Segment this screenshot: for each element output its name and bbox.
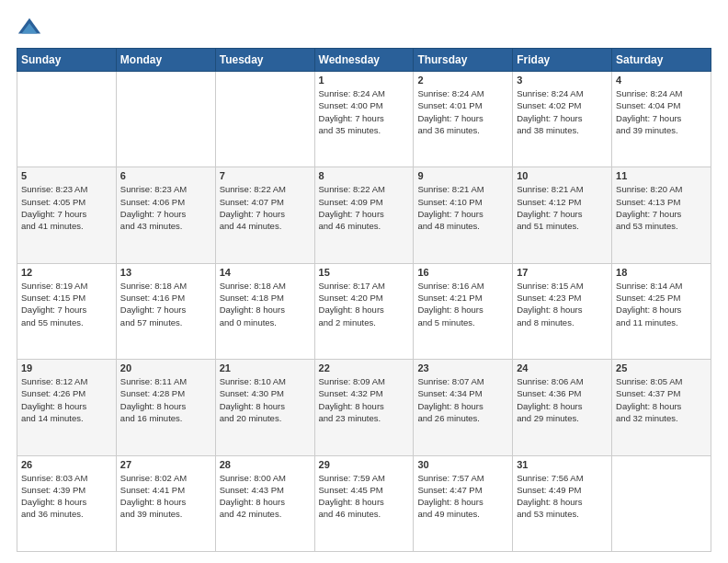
day-info: Sunrise: 8:05 AMSunset: 4:37 PMDaylight:… [616, 375, 707, 424]
day-info: Sunrise: 8:02 AMSunset: 4:41 PMDaylight:… [120, 472, 211, 521]
day-number: 30 [417, 459, 508, 470]
day-info: Sunrise: 8:06 AMSunset: 4:36 PMDaylight:… [517, 375, 608, 424]
day-info: Sunrise: 8:22 AMSunset: 4:07 PMDaylight:… [220, 183, 311, 232]
page: SundayMondayTuesdayWednesdayThursdayFrid… [0, 0, 728, 563]
calendar-cell: 23Sunrise: 8:07 AMSunset: 4:34 PMDayligh… [414, 360, 513, 455]
calendar-cell: 4Sunrise: 8:24 AMSunset: 4:04 PMDaylight… [612, 72, 711, 167]
calendar-cell [17, 72, 117, 167]
day-info: Sunrise: 8:19 AMSunset: 4:15 PMDaylight:… [21, 280, 112, 328]
day-info: Sunrise: 8:24 AMSunset: 4:01 PMDaylight:… [417, 87, 508, 136]
day-header-monday: Monday [116, 49, 215, 72]
day-info: Sunrise: 8:11 AMSunset: 4:28 PMDaylight:… [120, 375, 211, 424]
header [17, 15, 711, 40]
day-number: 15 [319, 267, 410, 278]
day-info: Sunrise: 7:57 AMSunset: 4:47 PMDaylight:… [417, 472, 508, 521]
calendar-cell: 21Sunrise: 8:10 AMSunset: 4:30 PMDayligh… [215, 360, 314, 455]
calendar-cell: 3Sunrise: 8:24 AMSunset: 4:02 PMDaylight… [513, 72, 612, 167]
day-number: 21 [220, 362, 311, 373]
day-number: 10 [517, 170, 608, 181]
day-number: 2 [417, 75, 508, 86]
day-number: 25 [616, 362, 707, 373]
day-info: Sunrise: 8:07 AMSunset: 4:34 PMDaylight:… [417, 375, 508, 424]
day-number: 16 [417, 267, 508, 278]
calendar-cell: 20Sunrise: 8:11 AMSunset: 4:28 PMDayligh… [116, 360, 215, 455]
day-info: Sunrise: 8:12 AMSunset: 4:26 PMDaylight:… [21, 375, 112, 424]
day-info: Sunrise: 8:17 AMSunset: 4:20 PMDaylight:… [319, 280, 410, 328]
calendar-cell [116, 72, 215, 167]
calendar-cell: 24Sunrise: 8:06 AMSunset: 4:36 PMDayligh… [513, 360, 612, 455]
calendar-header: SundayMondayTuesdayWednesdayThursdayFrid… [17, 49, 711, 72]
day-number: 22 [319, 362, 410, 373]
day-header-tuesday: Tuesday [215, 49, 314, 72]
day-info: Sunrise: 7:59 AMSunset: 4:45 PMDaylight:… [319, 472, 410, 521]
day-number: 27 [120, 459, 211, 470]
calendar-cell: 1Sunrise: 8:24 AMSunset: 4:00 PMDaylight… [314, 72, 414, 167]
day-header-sunday: Sunday [17, 49, 117, 72]
day-number: 1 [319, 75, 410, 86]
calendar-cell: 18Sunrise: 8:14 AMSunset: 4:25 PMDayligh… [612, 263, 711, 359]
day-number: 9 [417, 170, 508, 181]
calendar-week-4: 26Sunrise: 8:03 AMSunset: 4:39 PMDayligh… [17, 455, 711, 551]
calendar-cell: 2Sunrise: 8:24 AMSunset: 4:01 PMDaylight… [414, 72, 513, 167]
day-number: 8 [319, 170, 410, 181]
day-info: Sunrise: 8:24 AMSunset: 4:00 PMDaylight:… [319, 87, 410, 136]
day-header-friday: Friday [513, 49, 612, 72]
header-row: SundayMondayTuesdayWednesdayThursdayFrid… [17, 49, 711, 72]
day-info: Sunrise: 8:21 AMSunset: 4:12 PMDaylight:… [517, 183, 608, 232]
day-info: Sunrise: 8:22 AMSunset: 4:09 PMDaylight:… [319, 183, 410, 232]
day-number: 14 [220, 267, 311, 278]
logo [17, 15, 46, 40]
calendar-cell: 30Sunrise: 7:57 AMSunset: 4:47 PMDayligh… [414, 455, 513, 551]
day-info: Sunrise: 8:18 AMSunset: 4:18 PMDaylight:… [220, 280, 311, 328]
calendar-cell: 14Sunrise: 8:18 AMSunset: 4:18 PMDayligh… [215, 263, 314, 359]
calendar-body: 1Sunrise: 8:24 AMSunset: 4:00 PMDaylight… [17, 72, 711, 552]
day-number: 18 [616, 267, 707, 278]
calendar-cell: 13Sunrise: 8:18 AMSunset: 4:16 PMDayligh… [116, 263, 215, 359]
day-number: 23 [417, 362, 508, 373]
day-number: 29 [319, 459, 410, 470]
day-number: 24 [517, 362, 608, 373]
calendar-cell [612, 455, 711, 551]
calendar: SundayMondayTuesdayWednesdayThursdayFrid… [17, 48, 711, 552]
calendar-week-1: 5Sunrise: 8:23 AMSunset: 4:05 PMDaylight… [17, 167, 711, 263]
day-number: 13 [120, 267, 211, 278]
calendar-cell: 7Sunrise: 8:22 AMSunset: 4:07 PMDaylight… [215, 167, 314, 263]
day-info: Sunrise: 8:09 AMSunset: 4:32 PMDaylight:… [319, 375, 410, 424]
calendar-cell: 26Sunrise: 8:03 AMSunset: 4:39 PMDayligh… [17, 455, 117, 551]
day-number: 5 [21, 170, 112, 181]
calendar-cell: 19Sunrise: 8:12 AMSunset: 4:26 PMDayligh… [17, 360, 117, 455]
day-info: Sunrise: 8:23 AMSunset: 4:05 PMDaylight:… [21, 183, 112, 232]
calendar-cell: 22Sunrise: 8:09 AMSunset: 4:32 PMDayligh… [314, 360, 414, 455]
calendar-cell: 10Sunrise: 8:21 AMSunset: 4:12 PMDayligh… [513, 167, 612, 263]
day-number: 3 [517, 75, 608, 86]
calendar-cell: 25Sunrise: 8:05 AMSunset: 4:37 PMDayligh… [612, 360, 711, 455]
day-info: Sunrise: 8:24 AMSunset: 4:02 PMDaylight:… [517, 87, 608, 136]
day-header-thursday: Thursday [414, 49, 513, 72]
calendar-cell: 5Sunrise: 8:23 AMSunset: 4:05 PMDaylight… [17, 167, 117, 263]
day-number: 26 [21, 459, 112, 470]
calendar-week-2: 12Sunrise: 8:19 AMSunset: 4:15 PMDayligh… [17, 263, 711, 359]
day-info: Sunrise: 8:21 AMSunset: 4:10 PMDaylight:… [417, 183, 508, 232]
day-info: Sunrise: 8:03 AMSunset: 4:39 PMDaylight:… [21, 472, 112, 521]
calendar-week-0: 1Sunrise: 8:24 AMSunset: 4:00 PMDaylight… [17, 72, 711, 167]
calendar-cell: 17Sunrise: 8:15 AMSunset: 4:23 PMDayligh… [513, 263, 612, 359]
calendar-week-3: 19Sunrise: 8:12 AMSunset: 4:26 PMDayligh… [17, 360, 711, 455]
day-header-saturday: Saturday [612, 49, 711, 72]
day-info: Sunrise: 8:14 AMSunset: 4:25 PMDaylight:… [616, 280, 707, 328]
calendar-cell: 11Sunrise: 8:20 AMSunset: 4:13 PMDayligh… [612, 167, 711, 263]
calendar-cell: 27Sunrise: 8:02 AMSunset: 4:41 PMDayligh… [116, 455, 215, 551]
calendar-cell: 16Sunrise: 8:16 AMSunset: 4:21 PMDayligh… [414, 263, 513, 359]
day-number: 11 [616, 170, 707, 181]
day-info: Sunrise: 8:10 AMSunset: 4:30 PMDaylight:… [220, 375, 311, 424]
calendar-cell: 6Sunrise: 8:23 AMSunset: 4:06 PMDaylight… [116, 167, 215, 263]
calendar-cell: 15Sunrise: 8:17 AMSunset: 4:20 PMDayligh… [314, 263, 414, 359]
calendar-cell: 29Sunrise: 7:59 AMSunset: 4:45 PMDayligh… [314, 455, 414, 551]
day-number: 31 [517, 459, 608, 470]
day-number: 12 [21, 267, 112, 278]
calendar-cell: 12Sunrise: 8:19 AMSunset: 4:15 PMDayligh… [17, 263, 117, 359]
day-info: Sunrise: 8:16 AMSunset: 4:21 PMDaylight:… [417, 280, 508, 328]
day-info: Sunrise: 8:23 AMSunset: 4:06 PMDaylight:… [120, 183, 211, 232]
day-number: 17 [517, 267, 608, 278]
day-number: 20 [120, 362, 211, 373]
calendar-cell: 8Sunrise: 8:22 AMSunset: 4:09 PMDaylight… [314, 167, 414, 263]
